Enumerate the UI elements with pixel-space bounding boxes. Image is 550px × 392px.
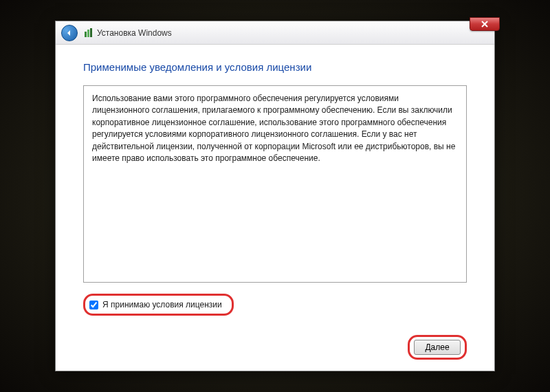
accept-checkbox[interactable]: [89, 301, 98, 309]
accept-checkbox-label[interactable]: Я принимаю условия лицензии: [102, 300, 222, 309]
license-text-box[interactable]: Использование вами этого программного об…: [83, 85, 467, 283]
next-button-highlight: Далее: [408, 335, 467, 360]
svg-rect-2: [90, 28, 92, 37]
license-text: Использование вами этого программного об…: [92, 94, 455, 163]
window-title: Установка Windows: [97, 28, 172, 38]
svg-rect-1: [87, 30, 89, 37]
titlebar: Установка Windows: [56, 21, 494, 45]
svg-rect-0: [85, 32, 87, 37]
app-icon: [83, 28, 94, 39]
content-area: Применимые уведомления и условия лицензи…: [56, 45, 494, 371]
footer: Далее: [83, 332, 467, 360]
accept-checkbox-highlight: Я принимаю условия лицензии: [83, 294, 234, 316]
back-button[interactable]: [61, 25, 78, 41]
close-icon: [481, 21, 489, 28]
back-arrow-icon: [65, 29, 74, 37]
page-heading: Применимые уведомления и условия лицензи…: [83, 61, 467, 73]
next-button[interactable]: Далее: [414, 340, 461, 355]
close-button[interactable]: [470, 17, 500, 31]
installer-window: Установка Windows Применимые уведомления…: [55, 21, 495, 371]
